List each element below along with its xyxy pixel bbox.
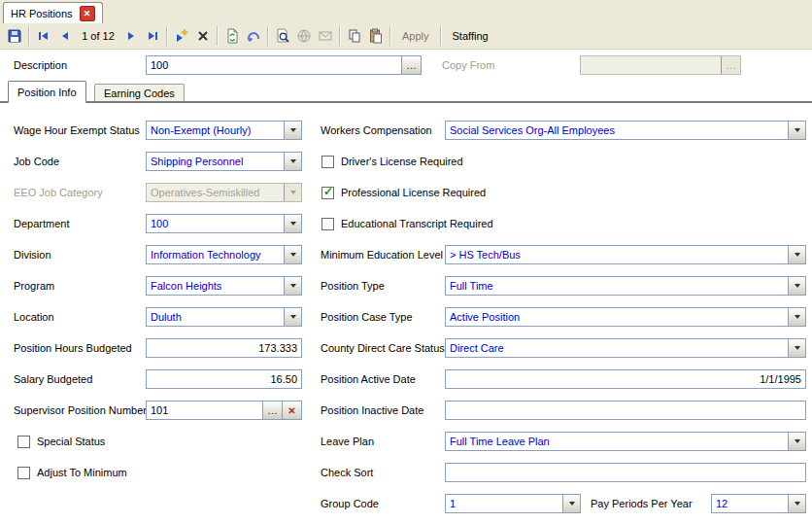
ellipsis-icon: … — [406, 59, 417, 71]
tab-earning-codes[interactable]: Earning Codes — [94, 84, 185, 101]
division-label: Division — [14, 245, 51, 264]
department-combobox[interactable]: 100 — [146, 214, 302, 233]
chevron-down-icon[interactable] — [284, 277, 301, 295]
adjust-to-minimum-row: Adjust To Minimum — [17, 463, 127, 482]
pay-periods-per-year-combobox[interactable]: 12 — [711, 494, 806, 513]
group-code-value: 1 — [446, 498, 562, 509]
position-case-type-label: Position Case Type — [321, 307, 413, 327]
supervisor-position-number-field[interactable]: 101 … ✕ — [146, 401, 302, 420]
new-record-icon — [174, 28, 189, 44]
eeo-job-category-value: Operatives-Semiskilled — [147, 187, 284, 198]
county-direct-care-status-label: County Direct Care Status — [321, 338, 445, 358]
chevron-down-icon[interactable] — [284, 153, 301, 170]
chevron-down-icon[interactable] — [788, 122, 805, 139]
salary-budgeted-value: 16.50 — [147, 373, 301, 385]
apply-button[interactable]: Apply — [394, 25, 437, 47]
email-button[interactable] — [315, 25, 336, 47]
educational-transcript-required-label: Educational Transcript Required — [341, 218, 493, 229]
toolbar-separator — [28, 26, 30, 46]
chevron-down-icon[interactable] — [788, 246, 805, 263]
professional-license-required-label: Professional License Required — [341, 187, 486, 198]
position-type-combobox[interactable]: Full Time — [445, 276, 806, 296]
leave-plan-value: Full Time Leave Plan — [446, 436, 788, 447]
next-record-button[interactable] — [120, 25, 142, 47]
position-hours-budgeted-field[interactable]: 173.333 — [146, 338, 302, 358]
toolbar-separator — [339, 26, 341, 46]
professional-license-required-row: Professional License Required — [321, 183, 486, 202]
chevron-down-icon[interactable] — [788, 308, 805, 326]
chevron-down-icon[interactable] — [284, 122, 301, 139]
wage-hour-exempt-status-combobox[interactable]: Non-Exempt (Hourly) — [146, 121, 302, 140]
educational-transcript-required-checkbox[interactable] — [321, 218, 334, 230]
professional-license-required-checkbox[interactable] — [321, 187, 334, 199]
supervisor-lookup-button[interactable]: … — [262, 402, 282, 419]
position-active-date-field[interactable]: 1/1/1995 — [445, 369, 806, 389]
copy-button[interactable] — [344, 25, 365, 47]
drivers-license-required-label: Driver's License Required — [341, 156, 463, 167]
county-direct-care-status-combobox[interactable]: Direct Care — [445, 338, 806, 358]
publish-button[interactable] — [293, 25, 315, 47]
drivers-license-required-checkbox[interactable] — [321, 156, 334, 168]
leave-plan-combobox[interactable]: Full Time Leave Plan — [445, 432, 806, 451]
division-value: Information Technology — [147, 249, 284, 261]
print-preview-button[interactable] — [272, 25, 293, 47]
chevron-down-icon[interactable] — [284, 308, 301, 326]
description-field[interactable]: 100 … — [146, 55, 422, 75]
paste-icon — [368, 28, 384, 44]
new-record-button[interactable] — [171, 25, 192, 47]
first-record-button[interactable] — [33, 25, 54, 47]
salary-budgeted-field[interactable]: 16.50 — [146, 369, 302, 389]
ellipsis-icon: … — [726, 59, 736, 71]
minimum-education-level-combobox[interactable]: > HS Tech/Bus — [445, 245, 806, 264]
division-combobox[interactable]: Information Technology — [146, 245, 302, 264]
check-sort-label: Check Sort — [321, 463, 373, 482]
paste-button[interactable] — [365, 25, 387, 47]
chevron-down-icon[interactable] — [788, 277, 805, 295]
department-value: 100 — [147, 218, 284, 229]
group-code-combobox[interactable]: 1 — [445, 494, 581, 513]
undo-button[interactable] — [243, 25, 264, 47]
minimum-education-level-label: Minimum Education Level — [321, 245, 443, 264]
last-record-button[interactable] — [142, 25, 163, 47]
previous-record-button[interactable] — [54, 25, 76, 47]
next-record-icon — [123, 28, 139, 44]
program-value: Falcon Heights — [147, 280, 284, 292]
staffing-button[interactable]: Staffing — [445, 25, 496, 47]
eeo-job-category-combobox: Operatives-Semiskilled — [146, 183, 302, 202]
adjust-to-minimum-checkbox[interactable] — [17, 467, 30, 479]
print-preview-icon — [275, 28, 290, 44]
tab-position-info[interactable]: Position Info — [8, 81, 86, 103]
position-case-type-combobox[interactable]: Active Position — [445, 307, 806, 327]
salary-budgeted-label: Salary Budgeted — [14, 369, 92, 389]
document-tab-hr-positions[interactable]: HR Positions ✕ — [3, 2, 103, 23]
chevron-down-icon[interactable] — [788, 433, 805, 450]
adjust-to-minimum-label: Adjust To Minimum — [37, 467, 127, 478]
save-button[interactable] — [4, 25, 25, 47]
refresh-button[interactable] — [221, 25, 243, 47]
document-tab-title: HR Positions — [11, 8, 73, 19]
refresh-page-icon — [224, 28, 240, 44]
position-inactive-date-field[interactable] — [445, 401, 806, 420]
location-combobox[interactable]: Duluth — [146, 307, 302, 327]
job-code-combobox[interactable]: Shipping Personnel — [146, 152, 302, 171]
chevron-down-icon[interactable] — [788, 339, 805, 357]
delete-record-button[interactable] — [192, 25, 214, 47]
check-sort-field[interactable] — [445, 463, 806, 482]
position-inactive-date-label: Position Inactive Date — [321, 401, 423, 420]
location-label: Location — [14, 307, 54, 327]
document-tabstrip: HR Positions ✕ — [0, 0, 812, 24]
supervisor-clear-button[interactable]: ✕ — [282, 402, 301, 419]
workers-compensation-combobox[interactable]: Social Services Org-All Employees — [445, 121, 806, 140]
chevron-down-icon[interactable] — [562, 495, 580, 512]
position-hours-budgeted-value: 173.333 — [147, 342, 301, 354]
toolbar-separator — [166, 26, 168, 46]
special-status-checkbox[interactable] — [17, 436, 30, 448]
program-combobox[interactable]: Falcon Heights — [146, 276, 302, 296]
chevron-down-icon[interactable] — [284, 246, 301, 263]
description-lookup-button[interactable]: … — [401, 56, 421, 74]
close-icon[interactable]: ✕ — [80, 6, 95, 21]
ellipsis-icon: … — [267, 404, 278, 416]
first-record-icon — [36, 28, 51, 44]
chevron-down-icon[interactable] — [284, 215, 301, 232]
chevron-down-icon[interactable] — [788, 495, 805, 512]
